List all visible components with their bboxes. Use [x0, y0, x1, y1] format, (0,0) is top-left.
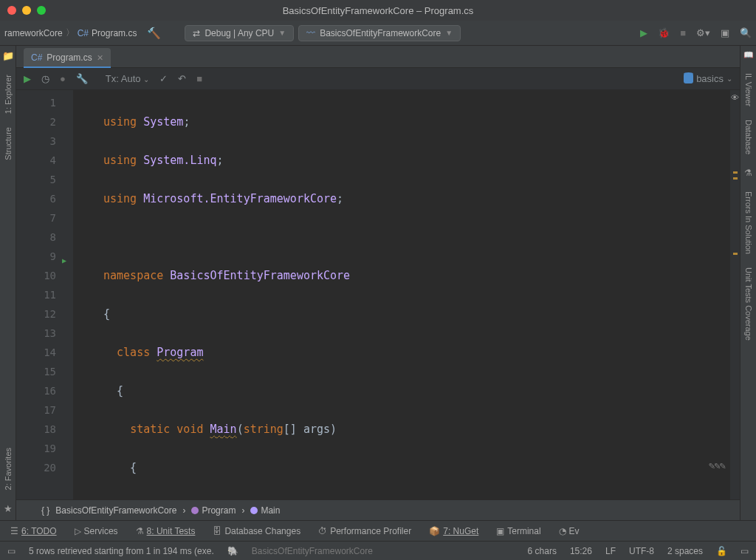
csharp-icon: C#	[31, 52, 42, 63]
services-button[interactable]: ▷Services	[75, 526, 118, 536]
crumb-class[interactable]: Program	[202, 505, 236, 516]
code-area[interactable]: using System; using System.Linq; using M…	[100, 90, 729, 499]
run-config-combo[interactable]: ⇄ Debug | Any CPU ▼	[185, 25, 294, 41]
close-window-button[interactable]	[7, 6, 16, 15]
inspect-icon[interactable]: 👁	[731, 93, 739, 103]
crumb-namespace[interactable]: BasicsOfEntityFrameworkCore	[55, 505, 176, 516]
unit-tests-button[interactable]: ⚗8: Unit Tests	[136, 526, 196, 536]
indent-guide-strip	[74, 90, 100, 499]
book-icon: 📖	[743, 50, 754, 60]
events-button[interactable]: ◔Ev	[559, 526, 580, 536]
sidebar-favorites[interactable]: 2: Favorites	[4, 448, 13, 490]
close-tab-icon[interactable]: ✕	[97, 53, 103, 63]
status-indent[interactable]: 2 spaces	[667, 546, 703, 556]
run-button[interactable]: ▶	[640, 27, 647, 38]
stop-button[interactable]: ■	[680, 27, 686, 38]
breadcrumbs-bottom[interactable]: { } BasicsOfEntityFrameworkCore › Progra…	[16, 499, 740, 520]
database-icon	[684, 74, 693, 83]
commit-icon[interactable]: ✓	[159, 73, 168, 84]
swap-icon: ⇄	[193, 28, 200, 38]
bottom-toolstrip: ☰6: TODO ▷Services ⚗8: Unit Tests 🗄Datab…	[0, 520, 756, 541]
datasource-label[interactable]: basics ⌄	[684, 73, 732, 84]
statusbar: ▭ 5 rows retrieved starting from 1 in 19…	[0, 541, 756, 560]
project-combo[interactable]: 〰 BasicsOfEntityFrameworkCore ▼	[298, 25, 461, 41]
sidebar-explorer[interactable]: 1: Explorer	[4, 75, 13, 114]
run-config-label: Debug | Any CPU	[205, 28, 274, 38]
settings-icon[interactable]: ⚙▾	[696, 27, 710, 38]
line-number-gutter: 1 2 3 4 5 6 7 8 9▶ 10 11 12 13 14 15 16	[16, 90, 61, 499]
star-icon: ★	[4, 503, 13, 514]
tab-program-cs[interactable]: C# Program.cs ✕	[24, 48, 111, 67]
rollback-icon[interactable]: ↶	[178, 73, 186, 84]
fold-strip[interactable]	[61, 90, 74, 499]
flask-icon: ⚗	[744, 168, 752, 178]
sidebar-il-viewer[interactable]: IL Viewer	[744, 73, 753, 106]
braces-icon: { }	[41, 505, 49, 516]
status-project[interactable]: BasicsOfEntityFrameworkCore	[252, 546, 373, 556]
layout-icon[interactable]: ▣	[721, 27, 729, 38]
status-chars: 6 chars	[528, 546, 557, 556]
lock-icon[interactable]: 🔓	[716, 546, 727, 556]
stop-icon[interactable]: ■	[196, 73, 202, 84]
code-editor[interactable]: 1 2 3 4 5 6 7 8 9▶ 10 11 12 13 14 15 16	[16, 90, 740, 499]
left-tool-strip: 📁 1: Explorer Structure 2: Favorites ★	[0, 46, 16, 520]
titlebar: BasicsOfEntityFrameworkCore – Program.cs	[0, 0, 756, 21]
right-tool-strip: 📖 IL Viewer Database ⚗ Errors In Solutio…	[740, 46, 756, 520]
search-icon[interactable]: 🔍	[740, 27, 752, 38]
record-icon[interactable]: ●	[60, 73, 66, 84]
wave-icon: 〰	[306, 28, 315, 38]
crumb-method[interactable]: Main	[261, 505, 280, 516]
window-title: BasicsOfEntityFrameworkCore – Program.cs	[283, 5, 474, 16]
terminal-button[interactable]: ▣Terminal	[496, 526, 540, 536]
debug-button[interactable]: 🐞	[658, 27, 670, 38]
breadcrumb-file[interactable]: Program.cs	[92, 28, 137, 38]
todo-button[interactable]: ☰6: TODO	[10, 526, 57, 536]
status-position[interactable]: 15:26	[570, 546, 592, 556]
play-icon[interactable]: ▶	[24, 73, 31, 84]
editor-toolbar: ▶ ◷ ● 🔧 Tx: Auto ⌄ ✓ ↶ ■ basics ⌄	[16, 68, 740, 90]
breadcrumbs-top[interactable]: rameworkCore 〉 C# Program.cs	[4, 27, 137, 39]
sidebar-database[interactable]: Database	[744, 120, 753, 154]
build-icon[interactable]: 🔨	[147, 27, 161, 40]
status-eol[interactable]: LF	[605, 546, 616, 556]
tx-mode[interactable]: Tx: Auto ⌄	[106, 73, 149, 84]
status-menu-icon[interactable]: ▭	[740, 546, 749, 556]
db-changes-button[interactable]: 🗄Database Changes	[213, 526, 300, 536]
nuget-button[interactable]: 📦7: NuGet	[429, 526, 478, 536]
scratch-icon[interactable]: ✎✎✎	[709, 460, 725, 471]
history-icon[interactable]: ◷	[41, 73, 49, 84]
status-encoding[interactable]: UTF-8	[629, 546, 654, 556]
run-gutter-icon[interactable]: ▶	[62, 251, 66, 270]
sidebar-structure[interactable]: Structure	[4, 127, 13, 160]
main-toolbar: rameworkCore 〉 C# Program.cs 🔨 ⇄ Debug |…	[0, 21, 756, 46]
sidebar-tests-coverage[interactable]: Unit Tests Coverage	[744, 267, 753, 341]
status-message-icon: ▭	[7, 546, 16, 556]
sidebar-errors[interactable]: Errors In Solution	[744, 191, 753, 254]
tab-label: Program.cs	[47, 52, 92, 63]
profiler-button[interactable]: ⏱Performance Profiler	[318, 526, 411, 536]
folder-icon[interactable]: 📁	[2, 50, 14, 61]
status-message: 5 rows retrieved starting from 1 in 194 …	[29, 546, 214, 556]
elephant-icon[interactable]: 🐘	[227, 546, 238, 556]
marker-strip[interactable]: 👁	[729, 90, 740, 499]
breadcrumb-project[interactable]: rameworkCore	[4, 28, 63, 38]
csharp-icon: C#	[78, 28, 89, 38]
project-combo-label: BasicsOfEntityFrameworkCore	[320, 28, 441, 38]
minimize-window-button[interactable]	[22, 6, 31, 15]
editor-tabs: C# Program.cs ✕	[16, 46, 740, 68]
maximize-window-button[interactable]	[37, 6, 46, 15]
wrench-icon[interactable]: 🔧	[76, 73, 88, 84]
